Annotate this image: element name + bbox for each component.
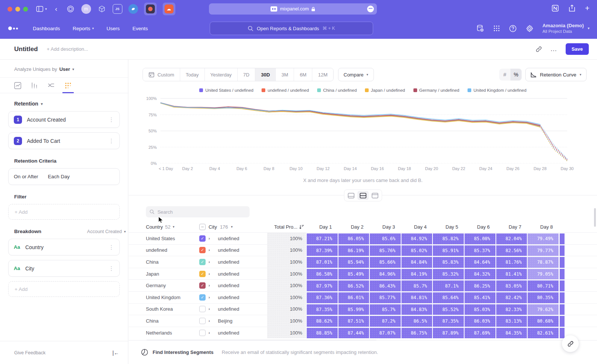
row-checkbox-checked[interactable]: ✓ bbox=[199, 247, 206, 253]
legend-item[interactable]: United Kingdom / undefined bbox=[468, 88, 526, 92]
breakdown-item-country[interactable]: AaCountry⋮ bbox=[8, 239, 120, 255]
day-column-header[interactable]: Day 6 bbox=[464, 224, 496, 230]
window-controls[interactable] bbox=[7, 7, 28, 12]
retention-percent-cell[interactable]: 82.56% bbox=[496, 245, 527, 256]
retention-percent-cell[interactable]: 88.85% bbox=[306, 327, 338, 339]
view-split-toggle[interactable] bbox=[357, 191, 369, 200]
retention-percent-cell[interactable]: 87.21% bbox=[306, 233, 338, 244]
range-today[interactable]: Today bbox=[180, 68, 205, 81]
expand-row-icon[interactable]: › bbox=[209, 307, 210, 311]
chart-type-dropdown[interactable]: Retention Curve ▾ bbox=[525, 68, 587, 81]
retention-percent-cell[interactable]: 85.08% bbox=[464, 233, 496, 244]
day-column-header[interactable]: Day 4 bbox=[401, 224, 432, 230]
retention-percent-cell[interactable]: 84.81% bbox=[401, 292, 432, 303]
retention-percent-cell[interactable]: 84.83% bbox=[401, 304, 432, 315]
total-column-header[interactable]: Total Pro... bbox=[266, 224, 306, 230]
retention-percent-cell[interactable]: 82.61% bbox=[527, 327, 559, 339]
retention-percent-cell[interactable]: 85.7% bbox=[401, 280, 432, 291]
day-column-header[interactable]: Day 2 bbox=[338, 224, 369, 230]
open-reports-search-button[interactable]: Open Reports & Dashboards ⌘ + K bbox=[210, 22, 373, 35]
kebab-menu-icon[interactable]: ⋮ bbox=[109, 116, 114, 123]
table-search-box[interactable] bbox=[146, 206, 250, 217]
retention-percent-cell[interactable]: 86.75% bbox=[401, 327, 432, 339]
retention-percent-cell[interactable]: 79.49% bbox=[527, 233, 559, 244]
day-column-header[interactable]: Day 7 bbox=[496, 224, 527, 230]
absolute-values-toggle[interactable]: # bbox=[499, 69, 510, 81]
day-column-header[interactable]: Day 8 bbox=[527, 224, 559, 230]
retention-percent-cell[interactable]: 86.43% bbox=[369, 280, 401, 291]
range-12m[interactable]: 12M bbox=[312, 68, 333, 81]
retention-percent-cell[interactable]: 87.36% bbox=[306, 292, 338, 303]
cube-extension-icon[interactable] bbox=[97, 4, 107, 14]
retention-step-2[interactable]: 2Added To Cart⋮ bbox=[8, 132, 120, 149]
criteria-each-day[interactable]: Each Day bbox=[48, 174, 70, 179]
criteria-on-or-after[interactable]: On or After bbox=[14, 174, 38, 179]
retention-percent-cell[interactable]: 81.41% bbox=[496, 268, 527, 280]
retention-percent-cell[interactable]: 79.05% bbox=[527, 268, 559, 280]
vertical-scrollbar[interactable] bbox=[594, 208, 596, 227]
retention-percent-cell[interactable]: 85.82% bbox=[432, 233, 464, 244]
expand-row-icon[interactable]: › bbox=[209, 260, 210, 264]
retention-section-header[interactable]: Retention ▾ bbox=[14, 101, 120, 107]
js-extension-icon[interactable]: JS bbox=[113, 4, 122, 14]
retention-percent-cell[interactable]: 78.87% bbox=[527, 256, 559, 268]
give-feedback-link[interactable]: Give Feedback bbox=[14, 350, 46, 355]
retention-percent-cell[interactable]: 83.13% bbox=[496, 315, 527, 327]
retention-percent-cell[interactable]: 85.52% bbox=[432, 304, 464, 315]
mixpanel-logo[interactable] bbox=[8, 26, 18, 30]
day-column-header[interactable]: Day 5 bbox=[432, 224, 464, 230]
mixpanel-extension-icon[interactable] bbox=[144, 3, 157, 15]
retention-percent-cell[interactable]: 88.62% bbox=[306, 315, 338, 327]
expand-row-icon[interactable]: › bbox=[209, 331, 210, 335]
copy-link-icon[interactable] bbox=[535, 46, 542, 53]
row-checkbox-checked[interactable]: ✓ bbox=[199, 271, 206, 277]
retention-percent-cell[interactable]: 79.62% bbox=[527, 304, 559, 315]
collapse-sidebar-icon[interactable]: |← bbox=[112, 350, 119, 356]
add-breakdown-button[interactable]: + Add bbox=[8, 281, 120, 297]
day-column-header[interactable]: Day 1 bbox=[306, 224, 338, 230]
settings-gear-icon[interactable] bbox=[526, 25, 534, 32]
retention-percent-cell[interactable]: 84.35% bbox=[496, 327, 527, 339]
retention-percent-cell[interactable]: 80.68% bbox=[527, 315, 559, 327]
legend-item[interactable]: undefined / undefined bbox=[262, 88, 309, 92]
retention-percent-cell[interactable]: 85.49% bbox=[338, 268, 369, 280]
nav-item-users[interactable]: Users bbox=[107, 26, 120, 31]
kebab-menu-icon[interactable]: ⋮ bbox=[109, 244, 114, 251]
row-checkbox-checked[interactable]: ✓ bbox=[199, 282, 206, 289]
retention-percent-cell[interactable]: 87.1% bbox=[432, 280, 464, 291]
breakdown-target-dropdown[interactable]: Account Created ▾ bbox=[87, 229, 126, 234]
retention-percent-cell[interactable]: 80.71% bbox=[527, 280, 559, 291]
legend-item[interactable]: United States / undefined bbox=[199, 88, 253, 92]
retention-percent-cell[interactable]: 85.02% bbox=[401, 245, 432, 256]
retention-percent-cell[interactable]: 85.91% bbox=[432, 245, 464, 256]
expand-row-icon[interactable]: › bbox=[209, 295, 210, 299]
new-tab-icon[interactable]: + bbox=[585, 4, 590, 13]
retention-percent-cell[interactable]: 86.05% bbox=[338, 233, 369, 244]
expand-row-icon[interactable]: › bbox=[209, 236, 210, 241]
retention-percent-cell[interactable]: 85.6% bbox=[369, 233, 401, 244]
tab-funnels-icon[interactable] bbox=[31, 82, 38, 93]
retention-step-1[interactable]: 1Account Created⋮ bbox=[8, 111, 120, 128]
breakdown-item-city[interactable]: AaCity⋮ bbox=[8, 260, 120, 277]
tab-flows-icon[interactable] bbox=[47, 82, 55, 93]
select-all-checkbox[interactable]: – bbox=[199, 224, 206, 230]
add-filter-button[interactable]: + Add bbox=[8, 204, 120, 220]
retention-percent-cell[interactable]: 87.2% bbox=[369, 315, 401, 327]
retention-percent-cell[interactable]: 87.35% bbox=[306, 304, 338, 315]
retention-percent-cell[interactable]: 86.5% bbox=[401, 315, 432, 327]
row-checkbox-unchecked[interactable] bbox=[199, 306, 206, 312]
project-selector[interactable]: Amazonia {Demo} All Project Data ▾ bbox=[543, 23, 590, 34]
data-management-icon[interactable] bbox=[476, 24, 484, 32]
avatar-extension-icon[interactable]: m bbox=[81, 4, 91, 14]
retention-percent-cell[interactable]: 82.33% bbox=[496, 304, 527, 315]
segments-title[interactable]: Find Interesting Segments bbox=[153, 349, 213, 355]
row-checkbox-checked[interactable]: ✓ bbox=[199, 259, 206, 265]
range-custom[interactable]: Custom bbox=[143, 68, 180, 81]
retention-percent-cell[interactable]: 86.25% bbox=[464, 280, 496, 291]
retention-percent-cell[interactable]: 86.03% bbox=[464, 315, 496, 327]
retention-percent-cell[interactable]: 87.44% bbox=[338, 327, 369, 339]
tab-insights-icon[interactable] bbox=[14, 82, 21, 93]
retention-percent-cell[interactable]: 87.97% bbox=[306, 280, 338, 291]
range-30d[interactable]: 30D bbox=[255, 68, 276, 81]
add-description-field[interactable]: + Add description... bbox=[47, 46, 88, 52]
